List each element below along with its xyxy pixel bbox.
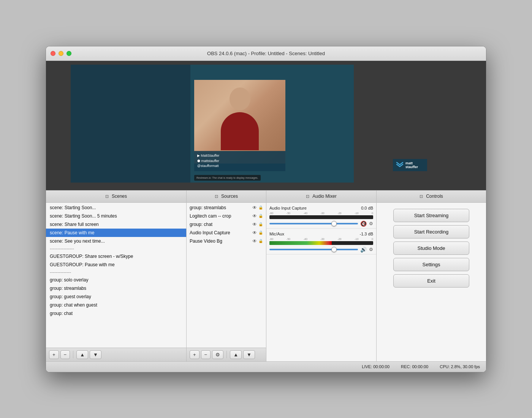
cpu-usage: CPU: 2.8%, 30.00 fps xyxy=(440,364,480,369)
status-bar: LIVE: 00:00:00 REC: 00:00:00 CPU: 2.8%, … xyxy=(46,361,486,372)
sources-toolbar: + − ⚙ ▲ ▼ xyxy=(187,348,266,361)
controls-panel: ⊡ Controls Start Streaming Start Recordi… xyxy=(377,191,486,361)
minimize-button[interactable] xyxy=(59,51,63,56)
preview-area: ▶ MattStauffer ⬢ mattstauffer @staufform… xyxy=(46,61,486,190)
source-item-2[interactable]: group: chat 👁 🔒 xyxy=(187,220,266,229)
person-body xyxy=(221,112,259,150)
source-eye-icon-0[interactable]: 👁 xyxy=(252,205,257,210)
scenes-lock-icon: ⊡ xyxy=(105,194,109,199)
mixer-lock-icon: ⊡ xyxy=(306,194,309,199)
controls-content: Start Streaming Start Recording Studio M… xyxy=(377,203,486,361)
mixer-channel-1-thumb[interactable] xyxy=(331,247,337,252)
start-recording-button[interactable]: Start Recording xyxy=(393,225,469,238)
mixer-channel-0-db: 0.0 dB xyxy=(361,206,373,210)
mixer-channel-1-labels: -60 -50 -40 -30 -20 -10 0 xyxy=(269,238,373,240)
scene-item-13[interactable]: group: chat xyxy=(46,309,186,318)
start-streaming-button[interactable]: Start Streaming xyxy=(393,209,469,222)
source-item-3[interactable]: Audio Input Capture 👁 🔒 xyxy=(187,229,266,237)
scenes-list[interactable]: scene: Starting Soon... scene: Starting … xyxy=(46,203,186,348)
mixer-channel-1-db: -1.3 dB xyxy=(360,232,373,236)
scenes-down-button[interactable]: ▼ xyxy=(90,350,101,359)
overlay-social: ▶ MattStauffer ⬢ mattstauffer @staufform… xyxy=(197,153,282,169)
source-item-1[interactable]: Logitech cam -- crop 👁 🔒 xyxy=(187,212,266,220)
scenes-up-button[interactable]: ▲ xyxy=(76,350,88,359)
mixer-channel-0-header: Audio Input Capture 0.0 dB xyxy=(269,206,373,210)
mixer-header: ⊡ Audio Mixer xyxy=(266,191,376,203)
source-icons-1: 👁 🔒 xyxy=(252,213,263,219)
person-silhouette xyxy=(217,87,263,156)
scene-item-4[interactable]: scene: See you next time... xyxy=(46,237,186,245)
source-icons-2: 👁 🔒 xyxy=(252,222,263,227)
mixer-channel-0-fader[interactable] xyxy=(269,223,358,224)
preview-bg-left xyxy=(71,65,190,183)
scenes-toolbar: + − ▲ ▼ xyxy=(46,348,186,361)
mixer-channel-1-fader[interactable] xyxy=(269,249,358,250)
scene-item-11[interactable]: group: guest overlay xyxy=(46,292,186,301)
source-eye-icon-2[interactable]: 👁 xyxy=(252,222,257,227)
window-title: OBS 24.0.6 (mac) - Profile: Untitled - S… xyxy=(207,51,325,56)
source-eye-icon-4[interactable]: 👁 xyxy=(252,238,257,244)
scene-item-2[interactable]: scene: Share full screen xyxy=(46,220,186,229)
sources-add-button[interactable]: + xyxy=(190,350,200,359)
rec-timer: REC: 00:00:00 xyxy=(401,364,428,369)
source-eye-icon-3[interactable]: 👁 xyxy=(252,230,257,235)
mixer-channel-0-labels: -60 -50 -40 -30 -20 -10 0 xyxy=(269,212,373,215)
source-lock-icon-0[interactable]: 🔒 xyxy=(258,205,263,210)
scene-item-0[interactable]: scene: Starting Soon... xyxy=(46,203,186,212)
mixer-channel-0-name: Audio Input Capture xyxy=(269,206,307,210)
scene-item-12[interactable]: group: chat when guest xyxy=(46,301,186,309)
settings-button[interactable]: Settings xyxy=(393,258,469,271)
close-button[interactable] xyxy=(51,51,55,56)
mixer-panel: ⊡ Audio Mixer Audio Input Capture 0.0 dB… xyxy=(266,191,377,361)
scenes-toolbar-divider xyxy=(73,351,73,358)
mixer-channel-1-name: Mic/Aux xyxy=(269,232,284,236)
scene-item-1[interactable]: scene: Starting Soon... 5 minutes xyxy=(46,212,186,220)
scene-item-6[interactable]: GUESTGROUP: Share screen - w/Skype xyxy=(46,252,186,261)
mixer-title: Audio Mixer xyxy=(312,194,336,199)
sources-remove-button[interactable]: − xyxy=(201,350,211,359)
source-item-4[interactable]: Pause Video Bg 👁 🔒 xyxy=(187,237,266,245)
scene-separator-1: ---------------- xyxy=(46,245,186,252)
mixer-channel-1-gear[interactable]: ⚙ xyxy=(369,247,373,252)
source-icons-4: 👁 🔒 xyxy=(252,238,263,244)
source-lock-icon-2[interactable]: 🔒 xyxy=(258,222,263,226)
source-lock-icon-4[interactable]: 🔒 xyxy=(258,239,263,243)
scene-item-3[interactable]: scene: Pause with me xyxy=(46,229,186,237)
source-lock-icon-3[interactable]: 🔒 xyxy=(258,230,263,235)
sources-down-button[interactable]: ▼ xyxy=(243,350,255,359)
mixer-channel-0-thumb[interactable] xyxy=(331,221,337,226)
mixer-channel-0-mute[interactable]: 🔇 xyxy=(360,221,367,227)
sources-settings-button[interactable]: ⚙ xyxy=(212,350,223,359)
mixer-channel-0-gear[interactable]: ⚙ xyxy=(369,221,373,226)
source-lock-icon-1[interactable]: 🔒 xyxy=(258,214,263,218)
scene-item-10[interactable]: group: streamlabs xyxy=(46,284,186,292)
scenes-remove-button[interactable]: − xyxy=(60,350,70,359)
scenes-add-button[interactable]: + xyxy=(49,350,59,359)
mixer-content: Audio Input Capture 0.0 dB -60 -50 -40 -… xyxy=(266,203,376,361)
overlay-info-bar: ▶ MattStauffer ⬢ mattstauffer @staufform… xyxy=(194,151,285,171)
sources-header: ⊡ Sources xyxy=(187,191,266,203)
sources-title: Sources xyxy=(221,194,238,199)
maximize-button[interactable] xyxy=(66,51,71,56)
scenes-title: Scenes xyxy=(112,194,127,199)
mixer-channel-1: Mic/Aux -1.3 dB -60 -50 -40 -30 -20 -10 … xyxy=(266,229,376,254)
sources-panel: ⊡ Sources group: streamlabs 👁 🔒 Logitech… xyxy=(187,191,266,361)
window-controls xyxy=(51,51,71,56)
studio-mode-button[interactable]: Studio Mode xyxy=(393,242,469,255)
mixer-channel-1-fader-row: 🔊 ⚙ xyxy=(269,246,373,253)
source-eye-icon-1[interactable]: 👁 xyxy=(252,213,257,219)
overlay-logo: matt stauffer xyxy=(393,159,427,171)
sources-toolbar-divider xyxy=(226,351,227,358)
scene-item-7[interactable]: GUESTGROUP: Pause with me xyxy=(46,261,186,269)
sources-up-button[interactable]: ▲ xyxy=(230,350,242,359)
person-head xyxy=(230,87,250,110)
mixer-channel-1-mute[interactable]: 🔊 xyxy=(360,246,367,253)
scene-item-9[interactable]: group: solo overlay xyxy=(46,276,186,284)
exit-button[interactable]: Exit xyxy=(393,274,469,288)
source-icons-3: 👁 🔒 xyxy=(252,230,263,235)
controls-header: ⊡ Controls xyxy=(377,191,486,203)
source-item-0[interactable]: group: streamlabs 👁 🔒 xyxy=(187,203,266,212)
mixer-channel-1-header: Mic/Aux -1.3 dB xyxy=(269,232,373,236)
restream-badge: Restream.io: The chat is ready to displa… xyxy=(194,175,261,181)
mixer-channel-0-meter xyxy=(269,215,373,219)
